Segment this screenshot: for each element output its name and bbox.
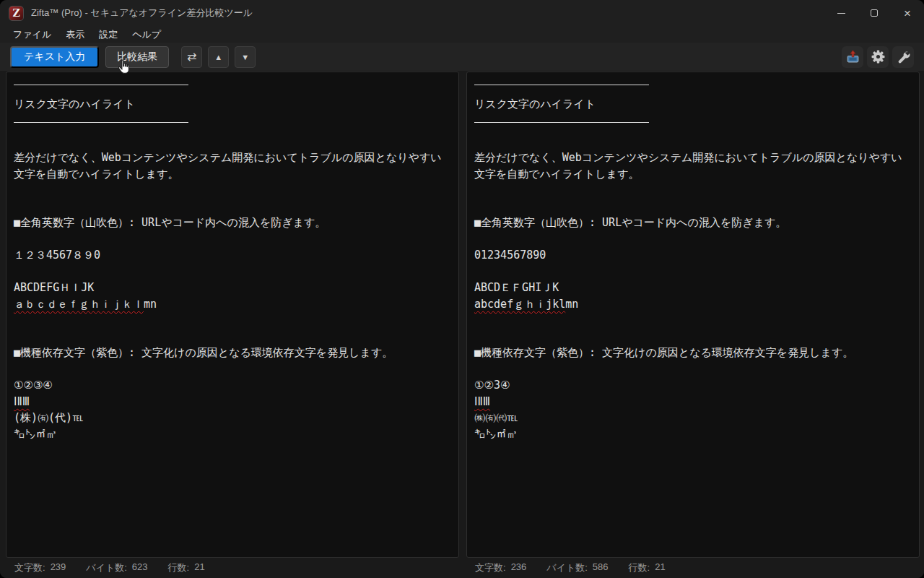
- right-status-bar: 文字数:236 バイト数:586 行数:21: [466, 558, 920, 578]
- editor-line: [14, 231, 451, 248]
- byte-count-value: 623: [132, 561, 148, 574]
- tab-text-input-button[interactable]: テキスト入力: [10, 46, 99, 68]
- tools-wrench-icon: [897, 50, 910, 64]
- line-count-value: 21: [655, 561, 665, 574]
- next-diff-button[interactable]: ▼: [235, 46, 256, 68]
- editor-line: ────────────────: [474, 113, 912, 134]
- line-count-value: 21: [194, 561, 204, 574]
- horizontal-rule-text: ────────────────: [14, 75, 188, 92]
- editor-line: ■全角英数字（山吹色）: URLやコード内への混入を防ぎます。: [14, 215, 451, 231]
- left-status-bar: 文字数:239 バイト数:623 行数:21: [6, 558, 459, 578]
- char-count-value: 239: [51, 561, 66, 574]
- editor-line: リスク文字のハイライト: [14, 96, 451, 113]
- tools-button[interactable]: [892, 46, 914, 68]
- editor-line: 01234567890: [474, 247, 912, 264]
- editor-line: [14, 329, 451, 345]
- swap-arrows-icon: ⇄: [187, 50, 196, 64]
- text-segment: ⅠⅡⅢ: [14, 395, 30, 408]
- prev-diff-button[interactable]: ▲: [208, 46, 229, 68]
- maximize-icon: [871, 9, 878, 17]
- text-segment: 01234567890: [474, 249, 546, 262]
- editor-line: ■機種依存文字（紫色）: 文字化けの原因となる環境依存文字を発見します。: [474, 345, 912, 361]
- minimize-button[interactable]: [824, 0, 858, 26]
- text-segment: リスク文字のハイライト: [14, 98, 135, 111]
- char-count-label: 文字数:: [475, 561, 506, 574]
- editor-line: [474, 312, 912, 329]
- close-icon: ×: [904, 7, 911, 20]
- compare-area: ────────────────リスク文字のハイライト─────────────…: [0, 71, 924, 578]
- text-segment: リスク文字のハイライト: [474, 98, 596, 111]
- editor-line: [474, 264, 912, 280]
- text-segment: ■全角英数字（山吹色）: URLやコード内への混入を防ぎます。: [14, 216, 326, 229]
- text-segment: ⅠⅡⅢ: [474, 395, 490, 408]
- editor-line: [14, 361, 451, 378]
- editor-line: ────────────────: [474, 75, 912, 96]
- byte-count-label: バイト数:: [546, 561, 588, 574]
- app-window: Z Zifta™ (Pro) - セキュアなオフライン差分比較ツール × ファイ…: [0, 0, 924, 578]
- char-count-value: 236: [511, 561, 527, 574]
- text-segment: mn: [144, 298, 157, 311]
- editor-line: ────────────────: [14, 113, 451, 134]
- text-segment: ㈱㈲㈹℡: [474, 411, 518, 424]
- text-segment: ①②③④: [14, 379, 53, 392]
- editor-line: [474, 231, 912, 248]
- title-bar: Z Zifta™ (Pro) - セキュアなオフライン差分比較ツール ×: [0, 0, 924, 26]
- toolbar-right-group: [842, 46, 914, 68]
- editor-line: ⅠⅡⅢ: [14, 394, 451, 410]
- editor-line: ABCDＥＦGHIＪK: [474, 280, 912, 296]
- update-tray-arrow-icon: [846, 50, 860, 64]
- menu-bar: ファイル 表示 設定 ヘルプ: [0, 26, 924, 43]
- menu-settings[interactable]: 設定: [92, 27, 125, 43]
- text-segment: (株)㈲(代)℡: [14, 411, 83, 424]
- editor-line: [474, 361, 912, 378]
- editor-line: ａｂｃｄｅｆｇｈｉｊｋｌmn: [14, 296, 451, 313]
- text-segment: １２３4567８９0: [14, 249, 100, 262]
- menu-file[interactable]: ファイル: [6, 27, 58, 43]
- byte-count-label: バイト数:: [86, 561, 127, 574]
- editor-line: [474, 134, 912, 150]
- editor-line: [14, 182, 451, 199]
- editor-line: [14, 199, 451, 215]
- horizontal-rule-text: ────────────────: [474, 113, 649, 129]
- text-segment: ■機種依存文字（紫色）: 文字化けの原因となる環境依存文字を発見します。: [14, 346, 393, 359]
- text-segment: ■全角英数字（山吹色）: URLやコード内への混入を防ぎます。: [474, 216, 786, 229]
- horizontal-rule-text: ────────────────: [14, 113, 188, 129]
- editor-line: ────────────────: [14, 75, 451, 96]
- editor-line: ⅠⅡⅢ: [474, 394, 912, 410]
- left-text-editor[interactable]: ────────────────リスク文字のハイライト─────────────…: [6, 72, 459, 558]
- editor-line: ■全角英数字（山吹色）: URLやコード内への混入を防ぎます。: [474, 215, 912, 231]
- update-button[interactable]: [842, 46, 863, 68]
- editor-line: [474, 329, 912, 345]
- editor-line: ABCDEFGＨＩJK: [14, 280, 451, 296]
- editor-line: リスク文字のハイライト: [474, 96, 912, 113]
- right-text-editor[interactable]: ────────────────リスク文字のハイライト─────────────…: [466, 72, 920, 558]
- settings-button[interactable]: [867, 46, 889, 68]
- byte-count-value: 586: [593, 561, 609, 574]
- text-segment: ①②3④: [474, 379, 510, 392]
- menu-view[interactable]: 表示: [58, 27, 92, 43]
- menu-help[interactable]: ヘルプ: [125, 27, 168, 43]
- maximize-button[interactable]: [858, 0, 891, 26]
- editor-line: [14, 134, 451, 150]
- text-segment: 差分だけでなく、Webコンテンツやシステム開発においてトラブルの原因となりやすい…: [14, 151, 442, 181]
- close-button[interactable]: ×: [891, 0, 924, 26]
- editor-line: ①②3④: [474, 377, 912, 394]
- app-logo-icon: Z: [9, 6, 24, 21]
- toolbar: テキスト入力 比較結果 ⇄ ▲ ▼: [0, 43, 924, 71]
- text-segment: mn: [565, 298, 578, 311]
- text-segment: ㌔㌧㎡㎥: [474, 428, 518, 441]
- editor-line: [14, 312, 451, 329]
- window-controls: ×: [824, 0, 924, 26]
- swap-panels-button[interactable]: ⇄: [181, 46, 202, 68]
- editor-line: １２３4567８９0: [14, 247, 451, 264]
- window-title: Zifta™ (Pro) - セキュアなオフライン差分比較ツール: [31, 7, 253, 20]
- horizontal-rule-text: ────────────────: [474, 75, 649, 92]
- editor-line: [474, 199, 912, 215]
- text-segment: ㌔㌧㎡㎥: [14, 428, 57, 441]
- minimize-icon: [837, 13, 845, 14]
- tab-compare-result-button[interactable]: 比較結果: [105, 46, 169, 68]
- text-segment: ABCDＥＦGHIＪK: [474, 281, 559, 294]
- right-pane: ────────────────リスク文字のハイライト─────────────…: [466, 72, 920, 578]
- text-segment: ABCDEFGＨＩJK: [14, 281, 94, 294]
- editor-line: ㌔㌧㎡㎥: [474, 426, 912, 443]
